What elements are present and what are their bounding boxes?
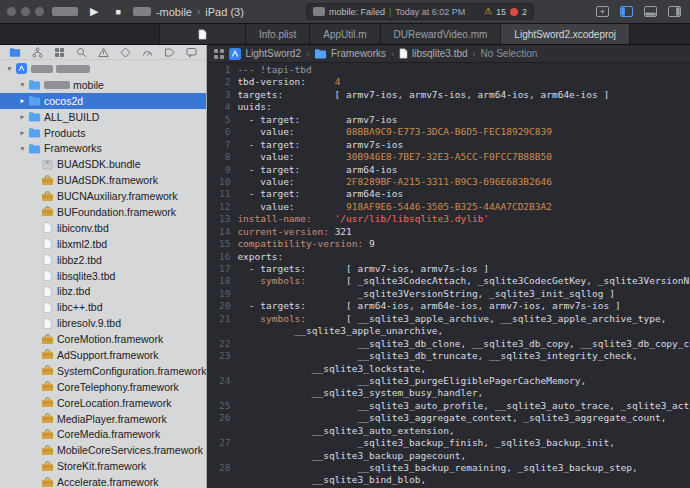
- tree-item-bucnauxiliary-framework[interactable]: BUCNAuxiliary.framework: [0, 188, 206, 204]
- code-line-5[interactable]: 5 - target: armv7-ios: [207, 114, 690, 126]
- code-line-20[interactable]: 20 - targets: [ arm64-ios, arm64e-ios, a…: [207, 300, 690, 312]
- code-line-14[interactable]: 14current-version: 321: [207, 226, 690, 238]
- tab-apputil-m[interactable]: AppUtil.m: [310, 24, 380, 44]
- tab-durewardvideo-mm[interactable]: DURewardVideo.mm: [381, 24, 502, 44]
- tree-item-libiconv-tbd[interactable]: libiconv.tbd: [0, 220, 206, 236]
- code-line-wrap[interactable]: __sqlite3_system_busy_handler,: [207, 387, 690, 399]
- code-line-23[interactable]: 23 __sqlite3_db_truncate, __sqlite3_inte…: [207, 350, 690, 362]
- breakpoint-navigator-icon[interactable]: [164, 47, 175, 58]
- error-count[interactable]: 2: [522, 7, 527, 17]
- code-line-24[interactable]: 24 __sqlite3_purgeEligiblePagerCacheMemo…: [207, 375, 690, 387]
- tree-item-systemconfiguration-framework[interactable]: SystemConfiguration.framework: [0, 363, 206, 379]
- line-number[interactable]: 5: [207, 114, 237, 126]
- code-line-15[interactable]: 15compatibility-version: 9: [207, 238, 690, 250]
- line-number[interactable]: 11: [207, 188, 237, 200]
- line-number[interactable]: 28: [207, 462, 237, 474]
- code-line-13[interactable]: 13install-name: '/usr/lib/libsqlite3.dyl…: [207, 213, 690, 225]
- code-line-28[interactable]: 28 __sqlite3_backup_remaining, _sqlite3_…: [207, 462, 690, 474]
- close-button[interactable]: [7, 7, 16, 16]
- line-number[interactable]: 26: [207, 412, 237, 424]
- code-line-27[interactable]: 27 _sqlite3_backup_finish, _sqlite3_back…: [207, 437, 690, 449]
- line-number[interactable]: 23: [207, 350, 237, 362]
- line-number[interactable]: 9: [207, 164, 237, 176]
- line-number[interactable]: 4: [207, 101, 237, 113]
- debug-navigator-icon[interactable]: [142, 47, 153, 58]
- code-line-wrap[interactable]: __sqlite3_bind_blob,: [207, 474, 690, 486]
- tree-item-mediaplayer-framework[interactable]: MediaPlayer.framework: [0, 411, 206, 427]
- code-line-3[interactable]: 3targets: [ armv7-ios, armv7s-ios, arm64…: [207, 89, 690, 101]
- add-editor-button[interactable]: [596, 6, 609, 17]
- jump-bar-item-frameworks[interactable]: Frameworks: [314, 48, 386, 59]
- code-line-7[interactable]: 7 - target: armv7s-ios: [207, 139, 690, 151]
- tree-item-storekit-framework[interactable]: StoreKit.framework: [0, 458, 206, 474]
- jump-bar-item-no-selection[interactable]: No Selection: [481, 48, 538, 59]
- code-line-12[interactable]: 12 value: 918AF9E6-5446-3505-B325-44AA7C…: [207, 201, 690, 213]
- line-number[interactable]: 12: [207, 201, 237, 213]
- related-items-icon[interactable]: [214, 49, 224, 59]
- tree-item-libsqlite3-tbd[interactable]: libsqlite3.tbd: [0, 268, 206, 284]
- tree-item-mobile[interactable]: ▾mobile: [0, 77, 206, 93]
- line-number[interactable]: [207, 450, 237, 462]
- zoom-button[interactable]: [35, 7, 44, 16]
- line-number[interactable]: 14: [207, 226, 237, 238]
- line-number[interactable]: 7: [207, 139, 237, 151]
- inspector-toggle-button[interactable]: [668, 6, 681, 17]
- line-number[interactable]: 8: [207, 151, 237, 163]
- tab-untitled[interactable]: [160, 24, 246, 44]
- code-line-19[interactable]: 19 _sqlite3VersionString, _sqlite3_init_…: [207, 288, 690, 300]
- tree-item-buadsdk-bundle[interactable]: BUAdSDK.bundle: [0, 156, 206, 172]
- report-navigator-icon[interactable]: [186, 47, 197, 58]
- code-line-4[interactable]: 4uuids:: [207, 101, 690, 113]
- line-number[interactable]: 15: [207, 238, 237, 250]
- tree-item-coretelephony-framework[interactable]: CoreTelephony.framework: [0, 379, 206, 395]
- code-line-wrap[interactable]: __sqlite3_lockstate,: [207, 363, 690, 375]
- line-number[interactable]: [207, 363, 237, 375]
- symbol-navigator-icon[interactable]: [54, 47, 65, 58]
- activity-view[interactable]: mobile: Failed | Today at 6:02 PM ⚠ 15 2: [306, 3, 534, 20]
- code-line-26[interactable]: 26 __sqlite3_aggregate_context, _sqlite3…: [207, 412, 690, 424]
- warning-count[interactable]: 15: [496, 7, 506, 17]
- line-number[interactable]: 6: [207, 126, 237, 138]
- jump-bar-item-libsqlite3-tbd[interactable]: libsqlite3.tbd: [399, 48, 468, 59]
- tree-item-buadsdk-framework[interactable]: BUAdSDK.framework: [0, 172, 206, 188]
- code-line-21[interactable]: 21 symbols: [ __sqlite3_apple_archive, _…: [207, 313, 690, 325]
- line-number[interactable]: 16: [207, 251, 237, 263]
- jump-bar-item-lightsword2[interactable]: LightSword2: [229, 48, 301, 60]
- tree-item-frameworks[interactable]: ▾Frameworks: [0, 140, 206, 156]
- tree-item-libresolv-9-tbd[interactable]: libresolv.9.tbd: [0, 315, 206, 331]
- tree-item-all-build[interactable]: ▸ALL_BUILD: [0, 109, 206, 125]
- scheme-selector[interactable]: -mobile › iPad (3): [133, 6, 244, 18]
- navigator-toggle-button[interactable]: [620, 6, 633, 17]
- line-number[interactable]: 3: [207, 89, 237, 101]
- stop-button[interactable]: ■: [110, 6, 125, 18]
- tree-item-mobilecoreservices-framework[interactable]: MobileCoreServices.framework: [0, 442, 206, 458]
- project-navigator-icon[interactable]: [9, 47, 21, 57]
- tree-item-coremedia-framework[interactable]: CoreMedia.framework: [0, 426, 206, 442]
- line-number[interactable]: 1: [207, 64, 237, 76]
- code-line-25[interactable]: 25 __sqlite3_auto_profile, __sqlite3_aut…: [207, 400, 690, 412]
- find-navigator-icon[interactable]: [76, 47, 87, 58]
- run-destination[interactable]: iPad (3): [205, 6, 244, 18]
- tree-item-cocos2d[interactable]: ▸cocos2d: [0, 93, 206, 109]
- line-number[interactable]: [207, 387, 237, 399]
- line-number[interactable]: 24: [207, 375, 237, 387]
- warning-icon[interactable]: ⚠: [484, 7, 492, 16]
- tree-item-products[interactable]: ▸Products: [0, 125, 206, 141]
- line-number[interactable]: 2: [207, 76, 237, 88]
- code-line-16[interactable]: 16exports:: [207, 251, 690, 263]
- line-number[interactable]: 13: [207, 213, 237, 225]
- line-number[interactable]: 27: [207, 437, 237, 449]
- test-navigator-icon[interactable]: [120, 47, 131, 58]
- line-number[interactable]: [207, 474, 237, 486]
- code-line-10[interactable]: 10 value: 2F8289BF-A215-3311-B9C3-696E68…: [207, 176, 690, 188]
- code-line-6[interactable]: 6 value: 08BBA9C9-E773-3DCA-B6D5-FEC1892…: [207, 126, 690, 138]
- disclosure-open[interactable]: ▾: [4, 64, 15, 73]
- tree-item-libbz2-tbd[interactable]: libbz2.tbd: [0, 252, 206, 268]
- tree-item-libz-tbd[interactable]: libz.tbd: [0, 283, 206, 299]
- disclosure-closed[interactable]: ▸: [17, 96, 28, 105]
- line-number[interactable]: 25: [207, 400, 237, 412]
- tree-item-bufoundation-framework[interactable]: BUFoundation.framework: [0, 204, 206, 220]
- debug-area-toggle-button[interactable]: [644, 6, 657, 17]
- tree-item-redacted[interactable]: ▾: [0, 61, 206, 77]
- line-number[interactable]: [207, 325, 237, 337]
